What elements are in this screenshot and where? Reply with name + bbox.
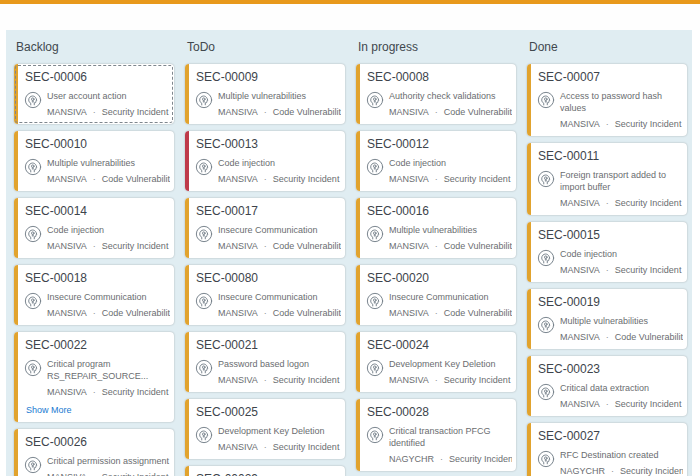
card-owner: MANSIVA	[560, 118, 600, 130]
card-meta: MANSIVA · Code Vulnerability	[218, 307, 341, 319]
kanban-card[interactable]: SEC-00020 Insecure Communication MANSIVA…	[356, 265, 516, 325]
kanban-card[interactable]: SEC-00014 Code injection MANSIVA · Secur…	[14, 198, 174, 258]
kanban-card[interactable]: SEC-00024 Development Key Deletion MANSI…	[356, 332, 516, 392]
kanban-column-done: Done SEC-00007 Access to password hash v…	[527, 36, 687, 476]
kanban-card[interactable]: SEC-00022 Critical program RS_REPAIR_SOU…	[14, 332, 174, 422]
card-body: Password based logon MANSIVA · Security …	[195, 357, 341, 386]
card-owner: MANSIVA	[47, 240, 87, 252]
card-type: Security Incident	[615, 197, 682, 209]
card-owner: MANSIVA	[47, 106, 87, 118]
card-body: Development Key Deletion MANSIVA · Secur…	[366, 357, 512, 386]
card-texts: RFC Destination created NAGYCHR · Securi…	[560, 448, 683, 476]
kanban-card[interactable]: SEC-00017 Insecure Communication MANSIVA…	[185, 198, 345, 258]
card-body: Multiple vulnerabilities MANSIVA · Code …	[366, 223, 512, 252]
card-meta: MANSIVA · Code Vulnerability	[389, 240, 512, 252]
persona-idea-icon	[195, 225, 213, 243]
kanban-card[interactable]: SEC-00013 Code injection MANSIVA · Secur…	[185, 131, 345, 191]
card-body: Insecure Communication MANSIVA · Code Vu…	[195, 290, 341, 319]
card-meta: MANSIVA · Code Vulnerability	[560, 331, 683, 343]
kanban-card[interactable]: SEC-00012 Code injection MANSIVA · Secur…	[356, 131, 516, 191]
card-separator: ·	[93, 386, 96, 398]
card-description: Multiple vulnerabilities	[47, 157, 170, 169]
persona-idea-icon	[24, 225, 42, 243]
card-id: SEC-00006	[25, 71, 170, 83]
card-description: Multiple vulnerabilities	[218, 90, 341, 102]
card-id: SEC-00080	[196, 272, 341, 284]
card-separator: ·	[264, 240, 267, 252]
kanban-card[interactable]: SEC-00026 Critical permission assignment…	[14, 429, 174, 476]
kanban-card[interactable]: SEC-00019 Multiple vulnerabilities MANSI…	[527, 289, 687, 349]
card-separator: ·	[264, 106, 267, 118]
column-title: Done	[529, 40, 687, 54]
card-type: Code Vulnerability	[615, 331, 683, 343]
card-body: Code injection MANSIVA · Security Incide…	[366, 156, 512, 185]
card-body: Foreign transport added to import buffer…	[537, 168, 683, 209]
card-owner: MANSIVA	[218, 441, 258, 453]
card-owner: MANSIVA	[47, 307, 87, 319]
kanban-card[interactable]: SEC-00010 Multiple vulnerabilities MANSI…	[14, 131, 174, 191]
card-type: Security Incident	[273, 374, 340, 386]
kanban-column-todo: ToDo SEC-00009 Multiple vulnerabilities …	[185, 36, 345, 476]
card-description: Password based logon	[218, 358, 341, 370]
kanban-card[interactable]: SEC-00025 Development Key Deletion MANSI…	[185, 399, 345, 459]
kanban-card[interactable]: SEC-00011 Foreign transport added to imp…	[527, 143, 687, 215]
card-owner: MANSIVA	[389, 106, 429, 118]
card-texts: Code injection MANSIVA · Security Incide…	[389, 156, 512, 185]
card-id: SEC-00022	[25, 339, 170, 351]
kanban-card[interactable]: SEC-00008 Authority check validations MA…	[356, 64, 516, 124]
card-texts: Insecure Communication MANSIVA · Code Vu…	[218, 290, 341, 319]
card-texts: Insecure Communication MANSIVA · Code Vu…	[218, 223, 341, 252]
card-separator: ·	[435, 374, 438, 386]
card-id: SEC-00021	[196, 339, 341, 351]
header-bar	[0, 4, 700, 30]
card-description: Insecure Communication	[218, 224, 341, 236]
kanban-card[interactable]: SEC-00016 Multiple vulnerabilities MANSI…	[356, 198, 516, 258]
card-meta: MANSIVA · Code Vulnerability	[389, 106, 512, 118]
card-meta: MANSIVA · Security Incident	[389, 374, 512, 386]
persona-idea-icon	[24, 292, 42, 310]
card-body: Code injection MANSIVA · Security Incide…	[24, 223, 170, 252]
persona-idea-icon	[195, 91, 213, 109]
card-meta: MANSIVA · Security Incident	[389, 173, 512, 185]
card-meta: MANSIVA · Security Incident	[560, 197, 683, 209]
card-separator: ·	[606, 118, 609, 130]
kanban-card[interactable]: SEC-00080 Insecure Communication MANSIVA…	[185, 265, 345, 325]
card-texts: Multiple vulnerabilities MANSIVA · Code …	[47, 156, 170, 185]
card-type: Security Incident	[102, 240, 169, 252]
card-body: RFC Destination created NAGYCHR · Securi…	[537, 448, 683, 476]
card-texts: Foreign transport added to import buffer…	[560, 168, 683, 209]
card-owner: MANSIVA	[560, 197, 600, 209]
kanban-card[interactable]: SEC-00029	[185, 466, 345, 476]
persona-idea-icon	[24, 456, 42, 474]
card-separator: ·	[440, 453, 443, 465]
kanban-card[interactable]: SEC-00018 Insecure Communication MANSIVA…	[14, 265, 174, 325]
kanban-card[interactable]: SEC-00028 Critical transaction PFCG iden…	[356, 399, 516, 471]
card-body: Insecure Communication MANSIVA · Code Vu…	[195, 223, 341, 252]
card-id: SEC-00026	[25, 436, 170, 448]
card-id: SEC-00015	[538, 229, 683, 241]
card-id: SEC-00018	[25, 272, 170, 284]
kanban-card[interactable]: SEC-00021 Password based logon MANSIVA ·…	[185, 332, 345, 392]
kanban-card[interactable]: SEC-00015 Code injection MANSIVA · Secur…	[527, 222, 687, 282]
card-meta: MANSIVA · Security Incident	[218, 374, 341, 386]
kanban-card[interactable]: SEC-00006 User account action MANSIVA · …	[14, 64, 174, 124]
card-id: SEC-00028	[367, 406, 512, 418]
kanban-card[interactable]: SEC-00009 Multiple vulnerabilities MANSI…	[185, 64, 345, 124]
kanban-card[interactable]: SEC-00023 Critical data extraction MANSI…	[527, 356, 687, 416]
card-separator: ·	[606, 331, 609, 343]
card-separator: ·	[606, 197, 609, 209]
card-id: SEC-00012	[367, 138, 512, 150]
card-meta: MANSIVA · Security Incident	[47, 106, 170, 118]
card-texts: Code injection MANSIVA · Security Incide…	[560, 247, 683, 276]
kanban-card[interactable]: SEC-00007 Access to password hash values…	[527, 64, 687, 136]
card-type: Security Incident	[102, 471, 169, 476]
column-title: ToDo	[187, 40, 345, 54]
kanban-card[interactable]: SEC-00027 RFC Destination created NAGYCH…	[527, 423, 687, 476]
card-texts: Code injection MANSIVA · Security Incide…	[218, 156, 341, 185]
show-more-link[interactable]: Show More	[26, 404, 170, 416]
card-meta: MANSIVA · Security Incident	[47, 471, 170, 476]
card-meta: MANSIVA · Security Incident	[560, 398, 683, 410]
card-type: Code Vulnerability	[102, 307, 170, 319]
card-meta: NAGYCHR · Security Incident	[389, 453, 512, 465]
card-id: SEC-00010	[25, 138, 170, 150]
